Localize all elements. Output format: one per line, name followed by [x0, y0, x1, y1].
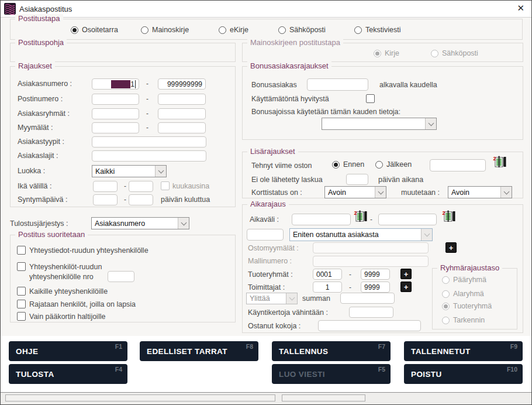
- radio-icon: [442, 317, 450, 324]
- yhteyshenkilot-checkbox[interactable]: [17, 262, 26, 271]
- close-icon[interactable]: ✕: [517, 3, 524, 13]
- button-label: EDELLISET TARRAT: [147, 347, 227, 356]
- syntymapaiva-to-field[interactable]: [129, 194, 153, 205]
- lasku-paivat-field[interactable]: [346, 174, 368, 185]
- bonus-legend: Bonusasiakasrajaukset: [247, 61, 331, 70]
- radio-jalkeen[interactable]: Jälkeen: [375, 160, 412, 169]
- radio-ekirje[interactable]: eKirje: [219, 26, 248, 34]
- radio-tarkennin: Tarkennin: [442, 316, 485, 324]
- poistu-button[interactable]: POISTU F10: [404, 364, 523, 384]
- radio-sahkoposti[interactable]: Sähköposti: [278, 26, 326, 34]
- asiakaslajit-field[interactable]: [92, 150, 206, 162]
- summan-field[interactable]: [340, 293, 395, 304]
- fkey-label: F4: [115, 366, 122, 373]
- yhteyshenkilot-label2: yhteyshenkilölle nro: [29, 273, 94, 282]
- bonusajot-label: Bonusajoissa käytetään tämän kauden tiet…: [251, 108, 400, 116]
- asiakasnumero-from-field[interactable]: 1: [92, 78, 139, 90]
- ohje-button[interactable]: OHJE F1: [9, 341, 127, 361]
- radio-ennen[interactable]: Ennen: [332, 160, 364, 169]
- postituspohja-group: Postituspohja: [10, 43, 236, 62]
- calendar-lookup-icon[interactable]: 2: [493, 156, 508, 169]
- luokka-select[interactable]: Kaikki: [92, 165, 167, 177]
- yhteystiedot-checkbox[interactable]: [17, 246, 26, 255]
- kausi-select[interactable]: [322, 118, 437, 130]
- field-value: 0001: [316, 270, 332, 279]
- paakortti-label: Vain pääkortin haltijoille: [29, 313, 105, 321]
- asiakasryhmat-to-field[interactable]: [158, 108, 206, 119]
- kayttamaton-checkbox[interactable]: [366, 94, 375, 103]
- radio-mainoskirje[interactable]: Mainoskirje: [141, 26, 189, 34]
- muutetaan-select[interactable]: Avoin: [448, 186, 512, 198]
- korttistatus-select[interactable]: Avoin: [324, 186, 386, 198]
- syntymapaiva-from-field[interactable]: [93, 194, 118, 205]
- tuoteryhmat-from-field[interactable]: 0001: [313, 269, 342, 280]
- asiakastyypit-field[interactable]: [92, 136, 206, 147]
- asiakasmaara-field[interactable]: [247, 229, 284, 241]
- radio-alaryhma: Alaryhmä: [442, 290, 484, 298]
- aikavali-to-field[interactable]: [378, 214, 437, 225]
- add-toimittajat-button[interactable]: +: [400, 282, 412, 292]
- mainoskirje-legend: Mainoskirjeen postitustapa: [247, 38, 343, 47]
- selected-value: Eniten ostanutta asiakasta: [293, 231, 379, 239]
- radio-label: Osoitetarra: [82, 26, 118, 34]
- paakortti-checkbox[interactable]: [17, 312, 26, 321]
- field-value: 1: [130, 80, 134, 88]
- tulosta-button[interactable]: TULOSTA F4: [9, 364, 127, 384]
- syntymapaiva-label: Syntymäpäivä :: [18, 195, 67, 204]
- calendar-lookup-icon[interactable]: 2: [354, 210, 369, 223]
- selected-value: Kaikki: [95, 167, 115, 176]
- fkey-label: F10: [507, 366, 517, 373]
- chevron-down-icon: [425, 118, 436, 129]
- radio-label: Alaryhmä: [453, 290, 484, 298]
- button-label: POISTU: [411, 370, 442, 379]
- muutetaan-label: muutetaan :: [401, 188, 440, 197]
- radio-osoitetarra[interactable]: Osoitetarra: [71, 26, 118, 34]
- radio-icon: [219, 26, 226, 34]
- paivan-aikana-label: päivän aikana: [378, 176, 423, 184]
- lapsia-checkbox[interactable]: [17, 300, 26, 308]
- add-tuoteryhmat-button[interactable]: +: [400, 269, 412, 279]
- postinumero-from-field[interactable]: [92, 94, 139, 105]
- aikavali-label: Aikaväli :: [250, 215, 279, 224]
- kaikille-checkbox[interactable]: [17, 287, 26, 296]
- postinumero-label: Postinumero :: [18, 95, 63, 104]
- summan-label: summan: [302, 294, 330, 303]
- tehnyt-date-field[interactable]: [430, 159, 486, 171]
- tallennetut-button[interactable]: TALLENNETUT F9: [404, 341, 523, 361]
- chevron-down-icon: [155, 166, 166, 177]
- radio-icon: [431, 50, 438, 57]
- chevron-down-icon: [178, 218, 189, 229]
- ika-from-field[interactable]: [93, 181, 118, 192]
- eniten-ostanutta-select[interactable]: Eniten ostanutta asiakasta: [289, 228, 433, 241]
- asiakasryhmat-from-field[interactable]: [92, 108, 139, 119]
- radio-icon: [278, 26, 286, 34]
- kayntikertoja-field[interactable]: [349, 307, 393, 318]
- ryhmarajaustaso-group: Ryhmärajaustaso Pääryhmä Alaryhmä Tuoter…: [432, 268, 517, 330]
- status-bar: [1, 392, 531, 404]
- myymalat-from-field[interactable]: [92, 122, 139, 133]
- yhteyshenkilo-nro-field[interactable]: [108, 271, 134, 282]
- toimittajat-from-field[interactable]: 1: [313, 282, 342, 293]
- aikavali-from-field[interactable]: [292, 214, 351, 225]
- field-value: 999999999: [167, 80, 202, 88]
- calendar-lookup-icon[interactable]: 2: [442, 210, 457, 223]
- bonusasiakas-field[interactable]: [307, 78, 368, 91]
- radio-icon: [442, 303, 450, 310]
- tuoteryhmat-to-field[interactable]: 9999: [361, 269, 390, 280]
- radio-tekstiviesti[interactable]: Tekstiviesti: [354, 26, 400, 34]
- kuukausina-checkbox[interactable]: [161, 181, 170, 190]
- tulostusjarjestys-select[interactable]: Asiakasnumero: [91, 217, 189, 229]
- fkey-label: F5: [378, 366, 385, 373]
- asiakasnumero-to-field[interactable]: 999999999: [158, 78, 206, 90]
- asiakastyypit-label: Asiakastyypit :: [18, 138, 64, 146]
- toimittajat-to-field[interactable]: 9999: [361, 282, 390, 293]
- edelliset-tarrat-button[interactable]: EDELLISET TARRAT F8: [140, 341, 258, 361]
- tallennus-button[interactable]: TALLENNUS F7: [272, 341, 391, 361]
- postinumero-to-field[interactable]: [158, 94, 206, 105]
- ika-to-field[interactable]: [129, 181, 153, 192]
- add-ostomyymalat-button[interactable]: +: [445, 242, 457, 253]
- myymalat-to-field[interactable]: [158, 122, 206, 133]
- mainoskirje-group: Mainoskirjeen postitustapa Kirje Sähköpo…: [242, 43, 523, 62]
- postitus-suoritetaan-group: Postitus suoritetaan Yhteystiedot-ruudun…: [10, 235, 236, 322]
- ostanut-kokoja-field[interactable]: [318, 320, 421, 331]
